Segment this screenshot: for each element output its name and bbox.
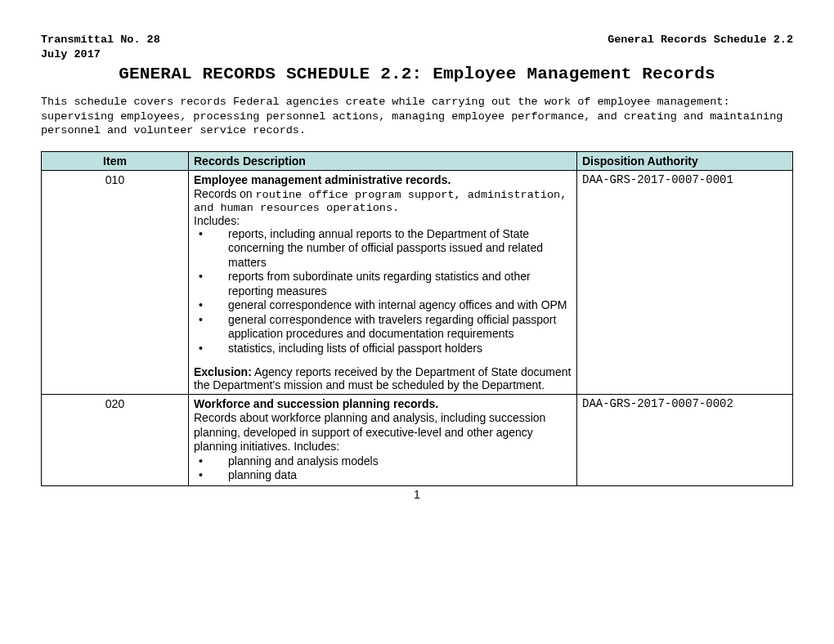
doc-date: July 2017 [41,47,793,62]
doc-header: Transmittal No. 28 General Records Sched… [41,33,793,47]
intro-paragraph: This schedule covers records Federal age… [41,95,793,138]
table-header-row: Item Records Description Disposition Aut… [42,151,793,170]
list-item: •statistics, including lists of official… [228,342,572,356]
list-item: •general correspondence with internal ag… [228,298,572,313]
transmittal-no: Transmittal No. 28 [41,33,160,47]
includes-label: Includes: [194,214,572,227]
item-number: 010 [42,170,189,395]
disposition-authority: DAA-GRS-2017-0007-0001 [577,170,793,395]
entry-title: Employee management administrative recor… [194,173,451,186]
list-item: •planning and analysis models [228,454,572,469]
col-disp: Disposition Authority [577,151,793,170]
col-desc: Records Description [189,151,577,170]
records-description-cell: Workforce and succession planning record… [189,395,577,486]
item-number: 020 [42,395,189,486]
list-item: •general correspondence with travelers r… [228,313,572,342]
records-table: Item Records Description Disposition Aut… [41,151,793,486]
table-row: 020 Workforce and succession planning re… [42,395,793,486]
col-item: Item [42,151,189,170]
exclusion: Exclusion: Agency reports received by th… [194,365,572,391]
schedule-name-top: General Records Schedule 2.2 [608,33,793,47]
page-title: GENERAL RECORDS SCHEDULE 2.2: Employee M… [41,65,793,83]
page-number: 1 [41,488,793,501]
list-item: •reports, including annual reports to th… [228,227,572,271]
lead-text: Records about workforce planning and ana… [194,411,572,454]
entry-title: Workforce and succession planning record… [194,397,438,410]
list-item: •reports from subordinate units regardin… [228,270,572,298]
bullet-list: •reports, including annual reports to th… [194,227,572,356]
disposition-authority: DAA-GRS-2017-0007-0002 [577,395,793,486]
records-description-cell: Employee management administrative recor… [189,170,577,395]
exclusion-label: Exclusion: [194,365,252,378]
bullet-list: •planning and analysis models •planning … [194,454,572,483]
list-item: •planning data [228,468,572,483]
table-row: 010 Employee management administrative r… [42,170,793,395]
lead-label: Records on [194,187,255,200]
